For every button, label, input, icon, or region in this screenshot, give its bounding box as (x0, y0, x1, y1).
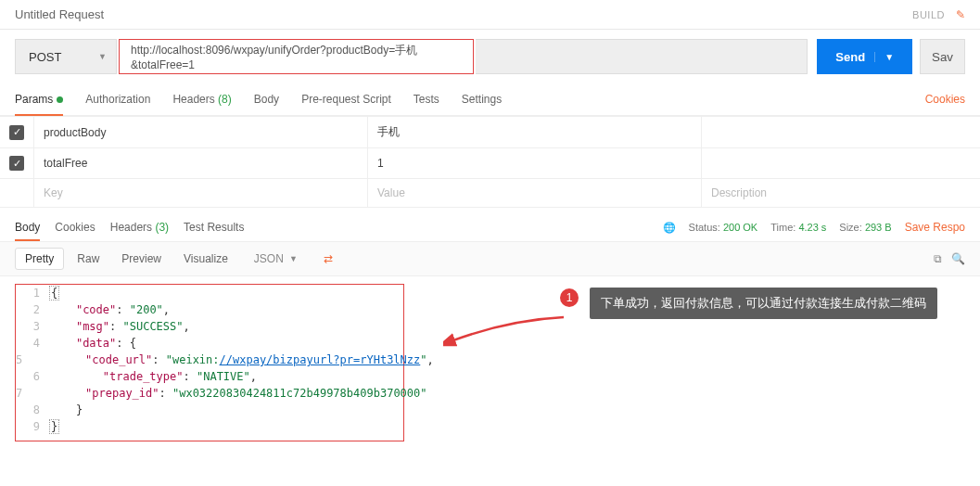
param-key-cell[interactable]: productBody (34, 117, 368, 148)
tab-headers[interactable]: Headers (8) (172, 83, 231, 115)
tab-headers-count: (8) (218, 93, 232, 106)
url-extension (476, 39, 808, 74)
status-label: Status: 200 OK (689, 222, 758, 233)
globe-icon[interactable]: 🌐 (663, 222, 676, 234)
view-preview[interactable]: Preview (112, 249, 171, 269)
param-key-placeholder[interactable]: Key (34, 179, 368, 208)
param-value-cell[interactable]: 手机 (368, 117, 702, 148)
annotation-arrow (443, 315, 573, 352)
tab-tests[interactable]: Tests (414, 83, 439, 115)
send-dropdown-icon[interactable]: ▼ (874, 52, 894, 62)
param-desc-cell[interactable] (702, 148, 981, 179)
method-dropdown[interactable]: POST ▼ (15, 39, 117, 74)
chevron-down-icon: ▼ (289, 254, 298, 263)
param-key-cell[interactable]: totalFree (34, 148, 368, 179)
send-button[interactable]: Send ▼ (817, 39, 912, 74)
param-value-cell[interactable]: 1 (368, 148, 702, 179)
send-label: Send (835, 50, 865, 64)
line-number: 7 (16, 385, 32, 402)
save-button[interactable]: Sav (920, 39, 965, 74)
cursor: { (49, 286, 59, 301)
tab-authorization[interactable]: Authorization (85, 83, 150, 115)
cursor: } (49, 419, 59, 434)
resp-headers-label: Headers (110, 221, 152, 234)
format-dropdown[interactable]: JSON▼ (247, 249, 305, 269)
param-desc-placeholder[interactable]: Description (702, 179, 981, 208)
annotation-callout: 下单成功，返回付款信息，可以通过付款连接生成付款二维码 (590, 288, 937, 319)
table-row: ✓ productBody 手机 (0, 117, 980, 148)
time-label: Time: 4.23 s (770, 222, 826, 233)
resp-tab-cookies[interactable]: Cookies (55, 213, 95, 241)
params-table: ✓ productBody 手机 ✓ totalFree 1 Key Value… (0, 116, 980, 208)
line-number: 8 (16, 402, 49, 418)
line-number: 2 (16, 301, 49, 318)
resp-tab-headers[interactable]: Headers (3) (110, 213, 169, 241)
line-number: 3 (16, 318, 49, 335)
resp-tab-body[interactable]: Body (15, 213, 40, 241)
params-active-dot (57, 96, 63, 103)
url-text: http://localhost:8096/wxpay/unifyOrder?p… (131, 43, 462, 71)
request-title: Untitled Request (15, 7, 104, 21)
edit-icon[interactable]: ✎ (956, 8, 965, 21)
view-pretty[interactable]: Pretty (15, 248, 64, 270)
cookies-link[interactable]: Cookies (925, 93, 965, 106)
wrap-icon[interactable]: ⇄ (316, 249, 340, 269)
checkbox-checked[interactable]: ✓ (9, 156, 24, 171)
checkbox-checked[interactable]: ✓ (9, 125, 24, 140)
line-number: 5 (16, 352, 32, 368)
tab-params-label: Params (15, 93, 53, 106)
size-label: Size: 293 B (839, 222, 891, 233)
method-value: POST (29, 50, 61, 64)
copy-icon[interactable]: ⧉ (934, 252, 942, 265)
table-row-new: Key Value Description (0, 179, 980, 208)
url-input[interactable]: http://localhost:8096/wxpay/unifyOrder?p… (119, 39, 474, 74)
view-raw[interactable]: Raw (68, 249, 108, 269)
save-response-button[interactable]: Save Respo (905, 221, 965, 234)
search-icon[interactable]: 🔍 (951, 252, 965, 265)
tab-params[interactable]: Params (15, 83, 63, 115)
line-number: 9 (16, 418, 49, 435)
format-label: JSON (254, 252, 284, 265)
tab-prerequest[interactable]: Pre-request Script (301, 83, 391, 115)
annotation-badge: 1 (560, 288, 579, 307)
build-label: BUILD (912, 9, 945, 20)
tab-settings[interactable]: Settings (462, 83, 502, 115)
view-visualize[interactable]: Visualize (174, 249, 237, 269)
save-label: Sav (932, 50, 953, 64)
table-row: ✓ totalFree 1 (0, 148, 980, 179)
param-value-placeholder[interactable]: Value (368, 179, 702, 208)
chevron-down-icon: ▼ (98, 52, 107, 61)
tab-body[interactable]: Body (254, 83, 279, 115)
resp-headers-count: (3) (155, 221, 169, 234)
resp-tab-results[interactable]: Test Results (184, 213, 244, 241)
line-number: 1 (16, 285, 49, 301)
line-number: 6 (16, 368, 49, 385)
response-body[interactable]: 1{ 2 "code": "200", 3 "msg": "SUCCESS", … (15, 284, 404, 441)
param-desc-cell[interactable] (702, 117, 981, 148)
tab-headers-label: Headers (172, 93, 214, 106)
line-number: 4 (16, 335, 49, 352)
